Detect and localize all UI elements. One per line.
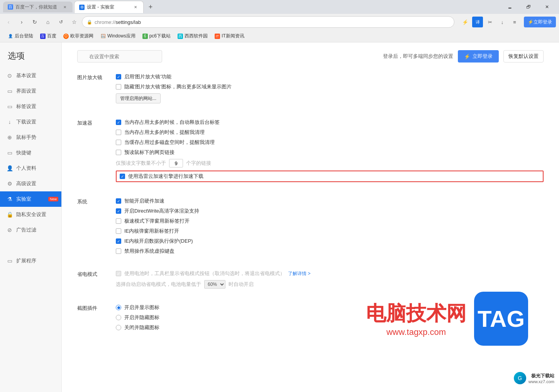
tab-2-close[interactable]: ✕ — [132, 4, 139, 10]
sidebar-item-ext[interactable]: ▭ 扩展程序 — [0, 253, 61, 269]
window-controls: 🗕 🗗 ✕ — [501, 1, 556, 13]
acc-check3[interactable] — [116, 140, 121, 145]
bottom-logo-row: G 极光下载站 www.xz7.com — [514, 372, 554, 384]
thunder-label: 使用迅雷云加速引擎进行加速下载 — [128, 173, 203, 180]
bookmark-windows[interactable]: 🪟 Windows应用 — [97, 32, 139, 41]
home-button[interactable]: ⌂ — [42, 17, 53, 27]
sys-check2[interactable]: ✓ — [116, 208, 121, 214]
bookmark-xixi-label: 西西软件园 — [185, 33, 208, 39]
url-bar[interactable]: 🔒 chrome://settings/lab — [82, 16, 454, 28]
history-back-button[interactable]: ↺ — [56, 17, 66, 27]
power-saving-body: ✓ 使用电池时，工具栏显示省电模式按钮（取消勾选时，将退出省电模式） 了解详情 … — [116, 270, 544, 292]
bookmark-oufi[interactable]: O 欧菲资源网 — [60, 32, 97, 41]
manage-sites-label: 管理启用的网站... — [120, 95, 156, 102]
sidebar-ads-label: 广告过滤 — [16, 226, 36, 233]
tab-2[interactable]: ⚙ 设置 - 实验室 ✕ — [74, 1, 144, 13]
image-zoom-check1[interactable]: ✓ — [116, 74, 121, 79]
advanced-icon: ⚙ — [6, 181, 13, 187]
ext-icon: ▭ — [6, 258, 13, 264]
sidebar-item-advanced[interactable]: ⚙ 高级设置 — [0, 176, 61, 191]
acc-opt4: 预读鼠标下的网页链接 — [116, 149, 544, 156]
sys-check5[interactable]: ✓ — [116, 238, 121, 244]
header-login-button[interactable]: ⚡ 立即登录 — [524, 17, 556, 27]
bookmark-login[interactable]: 👤 后台登陆 — [5, 32, 36, 41]
tab-1-close[interactable]: ✕ — [62, 4, 68, 10]
topbar-login-button[interactable]: ⚡ 立即登录 — [458, 50, 499, 63]
acc-check4[interactable] — [116, 150, 121, 155]
profile-icon: 👤 — [6, 165, 13, 171]
sidebar-item-mouse[interactable]: ⊕ 鼠标手势 — [0, 130, 61, 145]
url-text: chrome://settings/lab — [95, 19, 449, 25]
minimize-button[interactable]: 🗕 — [501, 1, 519, 13]
close-button[interactable]: ✕ — [538, 1, 556, 13]
jiguang-icon-wrapper: G — [514, 372, 526, 384]
sidebar-item-shortcut[interactable]: ▭ 快捷键 — [0, 145, 61, 161]
login-text: 立即登录 — [534, 19, 552, 25]
screenshot-radio2[interactable] — [116, 315, 121, 320]
power-learn-link[interactable]: 了解详情 > — [288, 270, 310, 277]
scissors-icon[interactable]: ✂ — [484, 17, 495, 27]
sys-check3[interactable] — [116, 218, 121, 224]
settings-topbar: 🔍 登录后，即可多端同步您的设置 ⚡ 立即登录 恢复默认设置 — [77, 50, 544, 66]
thunder-check[interactable]: ✓ — [120, 174, 125, 179]
acc-check1[interactable]: ✓ — [116, 120, 121, 125]
sidebar-item-privacy[interactable]: 🔒 隐私安全设置 — [0, 207, 61, 222]
maximize-button[interactable]: 🗗 — [520, 1, 537, 13]
power-battery-dropdown[interactable]: 60% 40% 80% — [204, 280, 225, 289]
image-zoom-check2[interactable] — [116, 84, 121, 90]
restore-button[interactable]: 恢复默认设置 — [503, 50, 544, 63]
sys-opt1-label: 智能开启硬件加速 — [124, 198, 164, 204]
sys-check4[interactable] — [116, 228, 121, 234]
bookmark-oufi-favicon: O — [63, 34, 69, 39]
url-actions: ⚡ 译 ✂ ↓ ≡ — [460, 17, 520, 27]
back-button[interactable]: ‹ — [3, 17, 14, 27]
accelerator-body: ✓ 当内存占用太多的时候，自动释放后台标签 当内存占用太多的时候，提醒我清理 当… — [116, 119, 544, 185]
acc-opt1: ✓ 当内存占用太多的时候，自动释放后台标签 — [116, 119, 544, 126]
bookmark-baidu[interactable]: 百 百度 — [37, 32, 59, 41]
acc-check2[interactable] — [116, 130, 121, 135]
sidebar-mouse-label: 鼠标手势 — [16, 134, 36, 141]
forward-button[interactable]: › — [16, 17, 27, 27]
new-tab-button[interactable]: + — [145, 2, 156, 12]
jiguang-icon: G — [518, 375, 522, 381]
preread-suffix: 个字的链接 — [186, 160, 211, 167]
screenshot-section: 截图插件 开启并显示图标 开启并隐藏图标 — [77, 304, 544, 334]
manage-sites-button[interactable]: 管理启用的网站... — [116, 93, 161, 103]
sys-check1[interactable]: ✓ — [116, 198, 121, 204]
bookmark-button[interactable]: ☆ — [69, 17, 80, 27]
sys-check6[interactable] — [116, 248, 121, 254]
search-input[interactable] — [77, 50, 162, 63]
download-icon[interactable]: ↓ — [497, 17, 508, 27]
preread-row: 仅预读文字数量不小于 个字的链接 — [116, 159, 544, 167]
screenshot-radio3[interactable] — [116, 325, 121, 330]
translate-icon[interactable]: 译 — [472, 17, 483, 27]
preread-number-input[interactable] — [169, 159, 183, 167]
sidebar-item-profile[interactable]: 👤 个人资料 — [0, 161, 61, 176]
sidebar-item-lab[interactable]: ⚗ 实验室 New — [0, 191, 61, 207]
bookmark-xixi[interactable]: 西 西西软件园 — [174, 32, 211, 41]
screenshot-radio1[interactable] — [116, 305, 121, 310]
sidebar-item-interface[interactable]: ▭ 界面设置 — [0, 83, 61, 99]
sidebar-item-ads[interactable]: ⊘ 广告过滤 — [0, 222, 61, 238]
acc-opt3-label: 当缓存占用过多磁盘空间时，提醒我清理 — [124, 139, 215, 146]
bookmark-baidu-label: 百度 — [47, 33, 56, 39]
power-check1[interactable]: ✓ — [116, 271, 121, 276]
login-icon: ⚡ — [528, 19, 534, 25]
refresh-button[interactable]: ↻ — [29, 17, 40, 27]
screenshot-opt2: 开启并隐藏图标 — [116, 314, 544, 321]
sidebar-download-label: 下载设置 — [16, 118, 36, 125]
image-zoom-label: 图片放大镜 — [77, 73, 116, 106]
basic-icon: ⊙ — [6, 73, 13, 79]
tab-1[interactable]: 百 百度一下，你就知道 ✕ — [3, 2, 73, 12]
lightning-icon[interactable]: ⚡ — [460, 17, 471, 27]
acc-opt4-label: 预读鼠标下的网页链接 — [124, 149, 174, 156]
bookmark-pc6[interactable]: 6 pc6下载站 — [139, 32, 174, 41]
menu-icon[interactable]: ≡ — [509, 17, 520, 27]
bookmark-it[interactable]: IT IT新闻资讯 — [212, 32, 247, 41]
sidebar-item-download[interactable]: ↓ 下载设置 — [0, 114, 61, 130]
sidebar-item-tabs[interactable]: ▭ 标签设置 — [0, 99, 61, 114]
sys-opt4-label: IE内核弹窗用新标签打开 — [124, 228, 179, 235]
accelerator-section: 加速器 ✓ 当内存占用太多的时候，自动释放后台标签 当内存占用太多的时候，提醒我… — [77, 119, 544, 185]
sidebar-item-basic[interactable]: ⊙ 基本设置 — [0, 68, 61, 83]
tab-1-favicon: 百 — [8, 4, 13, 10]
